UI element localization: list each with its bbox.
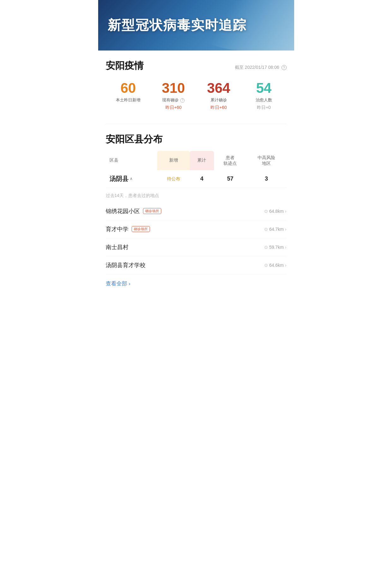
location-hint: 过去14天，患者去过的地点 [106,188,287,202]
list-item[interactable]: 育才中学 确诊场所 ⊙ 64.7km › [106,220,287,238]
location-left-3: 南士昌村 [106,243,128,251]
pin-icon-1: ⊙ [264,209,268,214]
stat-current-confirmed: 310 现有确诊 ? 昨日+60 [151,78,196,113]
stat-local-new: 60 本土昨日新增 [106,78,151,113]
location-name-3: 南士昌村 [106,243,128,251]
stat-total-label: 累计确诊 [197,98,240,103]
county-risk-area: 3 [246,170,287,188]
chevron-right-icon-3: › [285,245,287,250]
th-total: 累计 [190,151,214,170]
th-patient-trace: 患者轨迹点 [214,151,246,170]
list-item[interactable]: 南士昌村 ⊙ 59.7km › [106,238,287,256]
chevron-right-icon-2: › [285,227,287,232]
county-total: 4 [190,170,214,188]
anyang-section: 安阳疫情 截至 2022/01/17 08:06 ? 60 本土昨日新增 310… [106,51,287,122]
chevron-right-icon-1: › [285,209,287,214]
stat-current-delta: 昨日+60 [152,105,195,110]
stat-local-new-number: 60 [107,81,150,96]
pin-icon-2: ⊙ [264,227,268,232]
th-new: 新增 [157,151,189,170]
confirmed-badge-1: 确诊场所 [143,208,161,214]
location-section: 过去14天，患者去过的地点 锦绣花园小区 确诊场所 ⊙ 64.8km › 育才中… [106,188,287,298]
chevron-right-icon-4: › [285,263,287,268]
county-new: 待公布 [157,170,189,188]
anyang-section-title: 安阳疫情 [106,59,144,72]
th-risk-area: 中高风险地区 [246,151,287,170]
location-left-1: 锦绣花园小区 确诊场所 [106,207,161,215]
location-name-2: 育才中学 [106,225,128,233]
location-distance-3: 59.7km [269,245,284,250]
main-content: 安阳疫情 截至 2022/01/17 08:06 ? 60 本土昨日新增 310… [98,51,294,301]
section-divider [106,124,287,124]
district-section-title: 安阳区县分布 [106,133,287,146]
timestamp-question-icon[interactable]: ? [282,65,287,70]
list-item[interactable]: 锦绣花园小区 确诊场所 ⊙ 64.8km › [106,202,287,220]
view-all-link[interactable]: 查看全部 › [106,274,130,295]
county-patient-trace: 57 [214,170,246,188]
stat-current-label: 现有确诊 ? [152,98,195,103]
location-distance-2: 64.7km [269,227,284,232]
list-item[interactable]: 汤阴县育才学校 ⊙ 64.6km › [106,256,287,274]
location-right-4: ⊙ 64.6km › [264,263,287,268]
table-row[interactable]: 汤阴县 ∧ 待公布 4 57 3 [106,170,287,188]
confirmed-badge-2: 确诊场所 [132,226,150,232]
stats-grid: 60 本土昨日新增 310 现有确诊 ? 昨日+60 364 累计确诊 昨日+6… [106,78,287,113]
stat-total-confirmed: 364 累计确诊 昨日+60 [196,78,241,113]
county-name-cell[interactable]: 汤阴县 ∧ [106,170,157,188]
district-table: 区县 新增 累计 患者轨迹点 中高风险地区 汤阴县 ∧ 待 [106,151,287,188]
header-banner: 新型冠状病毒实时追踪 [98,0,294,51]
location-name-1: 锦绣花园小区 [106,207,140,215]
pin-icon-3: ⊙ [264,245,268,250]
stat-total-number: 364 [197,81,240,96]
district-section: 安阳区县分布 区县 新增 累计 患者轨迹点 中高风险地区 汤阴县 ∧ [106,125,287,301]
location-right-3: ⊙ 59.7km › [264,245,287,250]
location-left-2: 育才中学 确诊场所 [106,225,150,233]
location-right-2: ⊙ 64.7km › [264,227,287,232]
chevron-up-icon: ∧ [130,176,133,181]
pin-icon-4: ⊙ [264,263,268,268]
stat-recovered: 54 治愈人数 昨日+0 [241,78,286,113]
location-left-4: 汤阴县育才学校 [106,261,146,269]
stat-total-delta: 昨日+60 [197,105,240,110]
stat-current-number: 310 [152,81,195,96]
page-title: 新型冠状病毒实时追踪 [108,17,246,33]
stat-recovered-number: 54 [242,81,285,96]
current-confirmed-question-icon[interactable]: ? [180,98,185,103]
location-right-1: ⊙ 64.8km › [264,209,287,214]
stat-recovered-delta: 昨日+0 [242,105,285,110]
view-all-label: 查看全部 › [106,280,130,287]
location-name-4: 汤阴县育才学校 [106,261,146,269]
location-distance-1: 64.8km [269,209,284,214]
stat-local-new-label: 本土昨日新增 [107,98,150,103]
timestamp: 截至 2022/01/17 08:06 ? [235,65,287,70]
stat-recovered-label: 治愈人数 [242,98,285,103]
section-header-row: 安阳疫情 截至 2022/01/17 08:06 ? [106,59,287,78]
th-district: 区县 [106,151,157,170]
location-distance-4: 64.6km [269,263,284,268]
